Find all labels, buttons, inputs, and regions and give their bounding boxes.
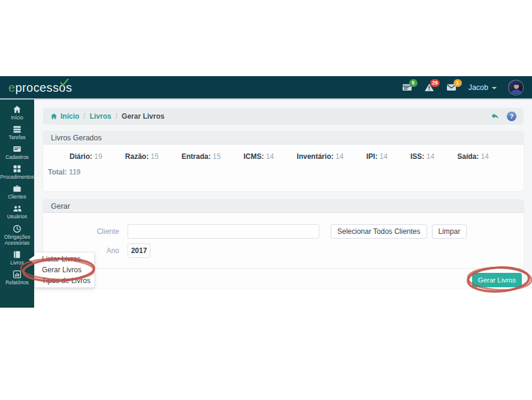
- breadcrumb-livros-label: Livros: [90, 112, 111, 121]
- total-value: 119: [69, 168, 80, 176]
- stat-entrada: Entrada: 15: [182, 152, 220, 161]
- breadcrumb-current: Gerar Livros: [122, 112, 164, 121]
- breadcrumb-separator: /: [116, 112, 117, 121]
- back-button[interactable]: [490, 112, 500, 121]
- select-all-clients-button[interactable]: Selecionar Todos Clientes: [331, 224, 427, 239]
- home-icon: [13, 105, 22, 114]
- app-page: eprocessos 5 29 1 Jacob: [0, 0, 532, 400]
- sidebar-item-clientes[interactable]: Clientes: [0, 182, 34, 202]
- cliente-input[interactable]: [128, 224, 319, 239]
- sidebar-item-label: Tarefas: [8, 135, 27, 141]
- stats-row: Diário: 19 Razão: 15 Entrada: 15 ICMS: 1…: [43, 145, 524, 161]
- sidebar-item-obrigacoes-acessorias[interactable]: Obrigações Acessórias: [0, 222, 34, 248]
- tasks-notification-button[interactable]: 5: [402, 83, 413, 92]
- livros-gerados-panel: Livros Gerados Diário: 19 Razão: 15 Entr…: [43, 131, 524, 191]
- sidebar-item-label: Usuários: [6, 214, 29, 220]
- help-button[interactable]: ?: [507, 112, 516, 121]
- card-icon: [13, 145, 22, 154]
- menu-item-listar-livros[interactable]: Listar Livros: [35, 254, 94, 264]
- top-navbar: eprocessos 5 29 1 Jacob: [0, 76, 532, 100]
- total-label: Total:: [48, 168, 67, 176]
- user-avatar[interactable]: [508, 80, 524, 95]
- stat-diario: Diário: 19: [69, 152, 102, 161]
- stats-total: Total: 119: [43, 161, 524, 176]
- stat-value: 14: [380, 152, 388, 161]
- stat-iss: ISS: 14: [410, 152, 434, 161]
- messages-notification-button[interactable]: 1: [446, 83, 457, 92]
- tasks-icon: [13, 125, 22, 134]
- stat-label: IPI:: [367, 152, 378, 161]
- main-content: Início / Livros / Gerar Livros ? Livros …: [34, 100, 532, 288]
- gerar-livros-submit-button[interactable]: Gerar Livros: [472, 273, 522, 287]
- sidebar-item-label: Início: [10, 115, 24, 121]
- panel-title: Livros Gerados: [43, 131, 524, 145]
- stat-label: Diário:: [69, 152, 92, 161]
- breadcrumb: Início / Livros / Gerar Livros ?: [43, 108, 524, 125]
- logo-check-icon: [60, 79, 69, 86]
- clear-button[interactable]: Limpar: [432, 224, 467, 239]
- home-icon: [50, 113, 58, 120]
- gerar-panel: Gerar Cliente Selecionar Todos Clientes …: [43, 200, 524, 288]
- sidebar-item-cadastros[interactable]: Cadastros: [0, 143, 34, 163]
- logo-prefix: e: [8, 81, 16, 94]
- sidebar-item-label: Relatórios: [4, 280, 29, 286]
- livros-submenu: Listar Livros Gerar Livros Tipos de Livr…: [34, 252, 95, 288]
- chevron-down-icon: [492, 87, 497, 89]
- stat-ipi: IPI: 14: [367, 152, 388, 161]
- alerts-badge: 29: [430, 79, 439, 87]
- sidebar-item-relatorios[interactable]: Relatórios: [0, 268, 34, 288]
- sidebar-item-label: Procedimentos: [0, 175, 35, 181]
- stat-value: 15: [213, 152, 220, 161]
- cliente-label: Cliente: [43, 227, 119, 236]
- messages-badge: 1: [454, 79, 462, 87]
- stat-value: 19: [94, 152, 102, 161]
- sidebar-item-label: Obrigações Acessórias: [0, 234, 34, 246]
- breadcrumb-livros-link[interactable]: Livros: [90, 112, 111, 121]
- stat-value: 14: [266, 152, 274, 161]
- stat-value: 15: [151, 152, 159, 161]
- breadcrumb-separator: /: [83, 112, 85, 121]
- tasks-badge: 5: [409, 79, 418, 87]
- sidebar-item-inicio[interactable]: Início: [0, 103, 34, 123]
- sidebar-item-label: Cadastros: [4, 155, 30, 161]
- alerts-notification-button[interactable]: 29: [424, 83, 435, 92]
- panel-title: Gerar: [43, 200, 524, 213]
- user-menu[interactable]: Jacob: [468, 83, 497, 92]
- sidebar-item-label: Livros: [9, 260, 25, 266]
- stat-value: 14: [427, 152, 434, 161]
- undo-arrow-icon: [490, 112, 500, 121]
- stat-value: 14: [481, 152, 489, 161]
- stat-label: Saída:: [457, 152, 479, 161]
- stat-inventario: Inventário: 14: [297, 152, 343, 161]
- sidebar-nav: Início Tarefas Cadastros Procedimentos C…: [0, 100, 34, 308]
- stat-label: Razão:: [125, 152, 149, 161]
- popup-arrow: [29, 255, 35, 264]
- sidebar-item-label: Clientes: [7, 194, 28, 200]
- sidebar-item-procedimentos[interactable]: Procedimentos: [0, 163, 34, 182]
- ano-input[interactable]: [128, 243, 150, 258]
- stat-label: ICMS:: [244, 152, 264, 161]
- sidebar-item-usuarios[interactable]: Usuários: [0, 202, 34, 222]
- grid-icon: [13, 164, 22, 173]
- stat-icms: ICMS: 14: [244, 152, 274, 161]
- stat-saida: Saída: 14: [457, 152, 489, 161]
- menu-item-tipos-de-livros[interactable]: Tipos de Livros: [35, 275, 94, 286]
- user-name: Jacob: [468, 83, 488, 92]
- menu-item-gerar-livros[interactable]: Gerar Livros: [35, 264, 94, 275]
- sidebar-item-tarefas[interactable]: Tarefas: [0, 123, 34, 143]
- breadcrumb-home-link[interactable]: Início: [50, 112, 79, 121]
- users-icon: [13, 204, 22, 213]
- stat-value: 14: [335, 152, 343, 161]
- stat-label: Entrada:: [182, 152, 211, 161]
- briefcase-icon: [13, 184, 22, 193]
- stat-label: Inventário:: [297, 152, 333, 161]
- app-logo[interactable]: eprocessos: [8, 82, 72, 94]
- stat-razao: Razão: 15: [125, 152, 159, 161]
- avatar-image: [509, 80, 524, 95]
- stat-label: ISS:: [410, 152, 424, 161]
- book-icon: [13, 250, 22, 259]
- chart-icon: [13, 270, 22, 279]
- breadcrumb-home-label: Início: [61, 112, 79, 121]
- clock-icon: [13, 224, 22, 233]
